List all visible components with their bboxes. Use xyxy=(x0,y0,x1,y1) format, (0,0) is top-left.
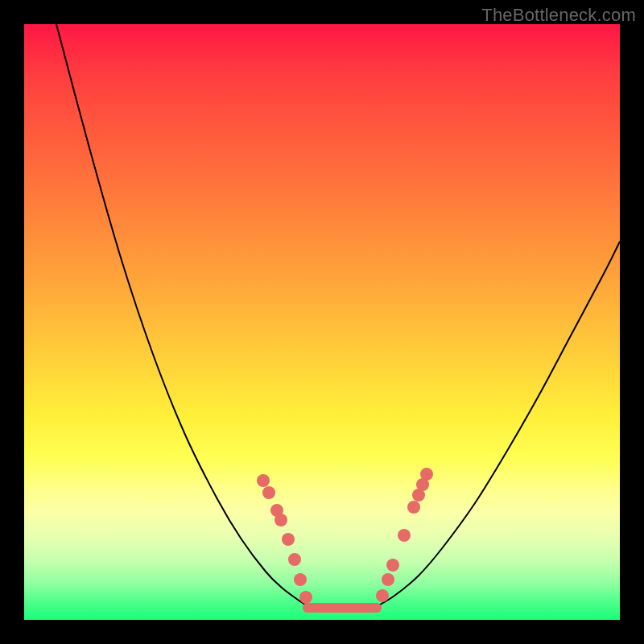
marker-dot xyxy=(282,533,295,546)
chart-frame: TheBottleneck.com xyxy=(0,0,644,644)
curve-left xyxy=(56,24,310,608)
marker-dot xyxy=(294,573,307,586)
marker-dot xyxy=(382,573,394,586)
marker-dot xyxy=(407,501,420,514)
marker-dot xyxy=(257,474,270,487)
marker-group xyxy=(257,468,433,604)
marker-dot xyxy=(275,514,287,526)
marker-dot xyxy=(299,591,312,604)
marker-dot xyxy=(376,589,389,602)
marker-dot xyxy=(420,468,433,481)
marker-dot xyxy=(386,559,399,572)
curve-right xyxy=(374,242,620,608)
watermark-text: TheBottleneck.com xyxy=(481,5,636,26)
chart-svg xyxy=(24,24,620,620)
marker-dot xyxy=(398,529,411,542)
marker-dot xyxy=(262,486,275,499)
marker-dot xyxy=(288,553,301,566)
plot-area xyxy=(24,24,620,620)
